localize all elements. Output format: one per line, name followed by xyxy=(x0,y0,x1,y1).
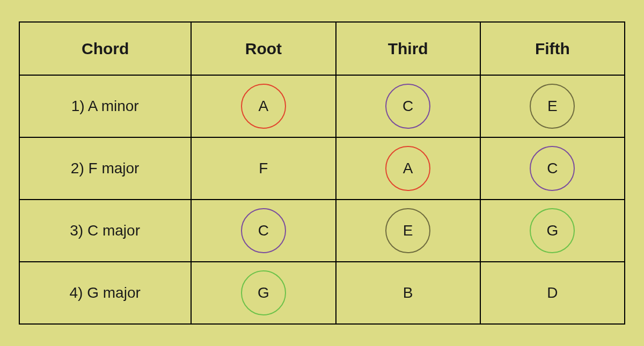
note-third: C xyxy=(385,84,430,129)
chord-table: Chord Root Third Fifth 1) A minor A C E … xyxy=(19,21,625,325)
cell-third: E xyxy=(336,200,480,262)
note-root: C xyxy=(241,208,286,253)
cell-third: A xyxy=(336,137,480,200)
note-root: F xyxy=(241,146,286,191)
note-root: G xyxy=(241,270,286,315)
header-root: Root xyxy=(191,22,335,75)
table-row: 4) G major G B D xyxy=(19,262,625,324)
chord-table-container: Chord Root Third Fifth 1) A minor A C E … xyxy=(0,0,644,346)
chord-label: 1) A minor xyxy=(19,75,191,137)
table-header-row: Chord Root Third Fifth xyxy=(19,22,625,75)
header-chord: Chord xyxy=(19,22,191,75)
chord-label: 3) C major xyxy=(19,200,191,262)
note-fifth: G xyxy=(530,208,575,253)
header-fifth: Fifth xyxy=(480,22,625,75)
chord-label: 4) G major xyxy=(19,262,191,324)
note-fifth: E xyxy=(530,84,575,129)
cell-third: C xyxy=(336,75,480,137)
note-third: E xyxy=(385,208,430,253)
cell-fifth: E xyxy=(480,75,625,137)
cell-root: F xyxy=(191,137,335,200)
note-third: B xyxy=(385,270,430,315)
cell-third: B xyxy=(336,262,480,324)
cell-root: G xyxy=(191,262,335,324)
table-row: 1) A minor A C E xyxy=(19,75,625,137)
cell-root: A xyxy=(191,75,335,137)
note-fifth: D xyxy=(530,270,575,315)
cell-fifth: D xyxy=(480,262,625,324)
chord-label: 2) F major xyxy=(19,137,191,200)
note-root: A xyxy=(241,84,286,129)
table-row: 2) F major F A C xyxy=(19,137,625,200)
note-third: A xyxy=(385,146,430,191)
cell-root: C xyxy=(191,200,335,262)
note-fifth: C xyxy=(530,146,575,191)
cell-fifth: G xyxy=(480,200,625,262)
header-third: Third xyxy=(336,22,480,75)
cell-fifth: C xyxy=(480,137,625,200)
table-row: 3) C major C E G xyxy=(19,200,625,262)
